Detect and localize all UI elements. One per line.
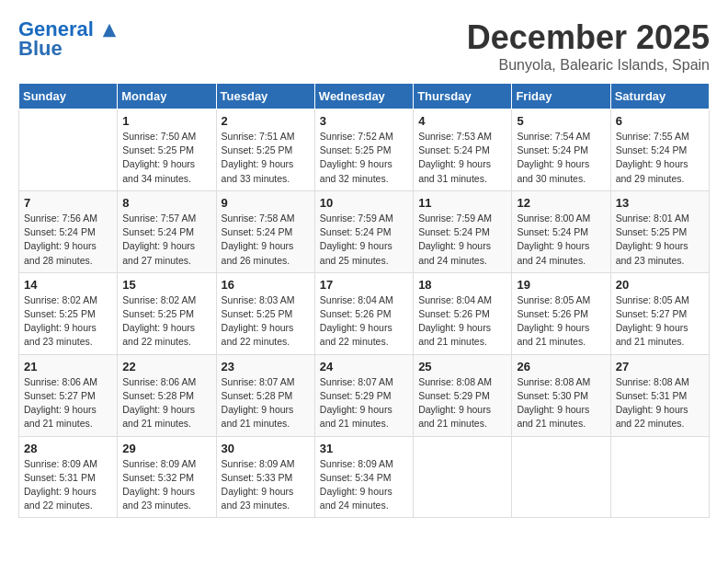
calendar-cell: 14Sunrise: 8:02 AMSunset: 5:25 PMDayligh… bbox=[19, 272, 118, 354]
calendar-cell: 17Sunrise: 8:04 AMSunset: 5:26 PMDayligh… bbox=[314, 272, 413, 354]
day-number: 18 bbox=[418, 278, 506, 292]
calendar-cell: 9Sunrise: 7:58 AMSunset: 5:24 PMDaylight… bbox=[216, 190, 314, 272]
day-info: Sunrise: 8:08 AMSunset: 5:29 PMDaylight:… bbox=[418, 375, 506, 431]
location-subtitle: Bunyola, Balearic Islands, Spain bbox=[467, 57, 710, 74]
day-number: 24 bbox=[320, 360, 408, 373]
calendar-cell: 1Sunrise: 7:50 AMSunset: 5:25 PMDaylight… bbox=[118, 109, 216, 191]
svg-marker-0 bbox=[103, 24, 116, 37]
day-info: Sunrise: 7:52 AMSunset: 5:25 PMDaylight:… bbox=[320, 130, 408, 186]
day-number: 27 bbox=[616, 360, 704, 373]
calendar-week-row: 14Sunrise: 8:02 AMSunset: 5:25 PMDayligh… bbox=[19, 272, 710, 354]
day-number: 14 bbox=[24, 278, 112, 292]
day-number: 26 bbox=[517, 360, 605, 373]
calendar-cell: 6Sunrise: 7:55 AMSunset: 5:24 PMDaylight… bbox=[610, 109, 709, 191]
logo: General Blue bbox=[18, 18, 118, 61]
day-number: 2 bbox=[222, 114, 310, 128]
day-number: 1 bbox=[122, 114, 210, 128]
day-number: 20 bbox=[616, 278, 704, 292]
day-info: Sunrise: 8:07 AMSunset: 5:28 PMDaylight:… bbox=[222, 375, 310, 431]
day-info: Sunrise: 8:04 AMSunset: 5:26 PMDaylight:… bbox=[418, 293, 506, 350]
day-info: Sunrise: 8:06 AMSunset: 5:28 PMDaylight:… bbox=[122, 375, 210, 431]
day-number: 28 bbox=[24, 442, 112, 455]
day-info: Sunrise: 8:02 AMSunset: 5:25 PMDaylight:… bbox=[24, 293, 112, 350]
weekday-header: Thursday bbox=[414, 84, 512, 109]
day-info: Sunrise: 8:05 AMSunset: 5:27 PMDaylight:… bbox=[616, 293, 704, 350]
day-info: Sunrise: 7:57 AMSunset: 5:24 PMDaylight:… bbox=[122, 212, 210, 268]
calendar-cell: 3Sunrise: 7:52 AMSunset: 5:25 PMDaylight… bbox=[314, 109, 413, 191]
calendar-cell: 29Sunrise: 8:09 AMSunset: 5:32 PMDayligh… bbox=[118, 436, 216, 518]
calendar-cell: 21Sunrise: 8:06 AMSunset: 5:27 PMDayligh… bbox=[19, 354, 118, 436]
day-info: Sunrise: 7:59 AMSunset: 5:24 PMDaylight:… bbox=[320, 212, 408, 268]
calendar-week-row: 28Sunrise: 8:09 AMSunset: 5:31 PMDayligh… bbox=[19, 436, 710, 518]
calendar-cell: 25Sunrise: 8:08 AMSunset: 5:29 PMDayligh… bbox=[414, 354, 512, 436]
day-number: 3 bbox=[320, 114, 408, 128]
day-info: Sunrise: 8:02 AMSunset: 5:25 PMDaylight:… bbox=[122, 293, 210, 350]
day-number: 17 bbox=[320, 278, 408, 292]
day-number: 6 bbox=[616, 114, 704, 128]
title-block: December 2025 Bunyola, Balearic Islands,… bbox=[467, 18, 710, 74]
calendar-cell: 22Sunrise: 8:06 AMSunset: 5:28 PMDayligh… bbox=[118, 354, 216, 436]
calendar-cell: 26Sunrise: 8:08 AMSunset: 5:30 PMDayligh… bbox=[512, 354, 610, 436]
calendar-cell: 2Sunrise: 7:51 AMSunset: 5:25 PMDaylight… bbox=[216, 109, 314, 191]
calendar-cell: 30Sunrise: 8:09 AMSunset: 5:33 PMDayligh… bbox=[216, 436, 314, 518]
day-info: Sunrise: 8:01 AMSunset: 5:25 PMDaylight:… bbox=[616, 212, 704, 268]
day-number: 23 bbox=[222, 360, 310, 373]
day-number: 30 bbox=[222, 442, 310, 455]
calendar-cell: 8Sunrise: 7:57 AMSunset: 5:24 PMDaylight… bbox=[118, 190, 216, 272]
calendar-cell: 5Sunrise: 7:54 AMSunset: 5:24 PMDaylight… bbox=[512, 109, 610, 191]
day-info: Sunrise: 7:58 AMSunset: 5:24 PMDaylight:… bbox=[222, 212, 310, 268]
day-number: 16 bbox=[222, 278, 310, 292]
calendar-cell: 12Sunrise: 8:00 AMSunset: 5:24 PMDayligh… bbox=[512, 190, 610, 272]
calendar-cell: 11Sunrise: 7:59 AMSunset: 5:24 PMDayligh… bbox=[414, 190, 512, 272]
day-info: Sunrise: 8:08 AMSunset: 5:30 PMDaylight:… bbox=[517, 375, 605, 431]
calendar-cell: 28Sunrise: 8:09 AMSunset: 5:31 PMDayligh… bbox=[19, 436, 118, 518]
day-info: Sunrise: 7:50 AMSunset: 5:25 PMDaylight:… bbox=[122, 130, 210, 186]
calendar-week-row: 1Sunrise: 7:50 AMSunset: 5:25 PMDaylight… bbox=[19, 109, 710, 191]
calendar-cell: 20Sunrise: 8:05 AMSunset: 5:27 PMDayligh… bbox=[610, 272, 709, 354]
weekday-header: Saturday bbox=[610, 84, 709, 109]
day-info: Sunrise: 7:51 AMSunset: 5:25 PMDaylight:… bbox=[222, 130, 310, 186]
calendar-cell bbox=[610, 436, 709, 518]
weekday-header: Sunday bbox=[19, 84, 118, 109]
day-number: 31 bbox=[320, 442, 408, 455]
calendar-cell bbox=[19, 109, 118, 191]
day-info: Sunrise: 8:05 AMSunset: 5:26 PMDaylight:… bbox=[517, 293, 605, 350]
day-number: 8 bbox=[122, 196, 210, 210]
calendar-cell: 24Sunrise: 8:07 AMSunset: 5:29 PMDayligh… bbox=[314, 354, 413, 436]
weekday-header: Monday bbox=[118, 84, 216, 109]
day-info: Sunrise: 7:56 AMSunset: 5:24 PMDaylight:… bbox=[24, 212, 112, 268]
calendar-cell bbox=[512, 436, 610, 518]
calendar-cell: 19Sunrise: 8:05 AMSunset: 5:26 PMDayligh… bbox=[512, 272, 610, 354]
day-number: 10 bbox=[320, 196, 408, 210]
day-info: Sunrise: 8:03 AMSunset: 5:25 PMDaylight:… bbox=[222, 293, 310, 350]
day-info: Sunrise: 7:59 AMSunset: 5:24 PMDaylight:… bbox=[418, 212, 506, 268]
calendar-cell: 13Sunrise: 8:01 AMSunset: 5:25 PMDayligh… bbox=[610, 190, 709, 272]
day-info: Sunrise: 8:06 AMSunset: 5:27 PMDaylight:… bbox=[24, 375, 112, 431]
calendar-cell: 4Sunrise: 7:53 AMSunset: 5:24 PMDaylight… bbox=[414, 109, 512, 191]
day-info: Sunrise: 7:55 AMSunset: 5:24 PMDaylight:… bbox=[616, 130, 704, 186]
day-number: 19 bbox=[517, 278, 605, 292]
day-info: Sunrise: 8:04 AMSunset: 5:26 PMDaylight:… bbox=[320, 293, 408, 350]
day-number: 12 bbox=[517, 196, 605, 210]
day-number: 29 bbox=[122, 442, 210, 455]
calendar-week-row: 21Sunrise: 8:06 AMSunset: 5:27 PMDayligh… bbox=[19, 354, 710, 436]
calendar-cell: 10Sunrise: 7:59 AMSunset: 5:24 PMDayligh… bbox=[314, 190, 413, 272]
calendar-cell: 27Sunrise: 8:08 AMSunset: 5:31 PMDayligh… bbox=[610, 354, 709, 436]
weekday-header-row: SundayMondayTuesdayWednesdayThursdayFrid… bbox=[19, 84, 710, 109]
day-info: Sunrise: 8:09 AMSunset: 5:33 PMDaylight:… bbox=[222, 457, 310, 513]
calendar-week-row: 7Sunrise: 7:56 AMSunset: 5:24 PMDaylight… bbox=[19, 190, 710, 272]
day-info: Sunrise: 7:53 AMSunset: 5:24 PMDaylight:… bbox=[418, 130, 506, 186]
day-info: Sunrise: 7:54 AMSunset: 5:24 PMDaylight:… bbox=[517, 130, 605, 186]
weekday-header: Friday bbox=[512, 84, 610, 109]
calendar-cell: 7Sunrise: 7:56 AMSunset: 5:24 PMDaylight… bbox=[19, 190, 118, 272]
day-number: 4 bbox=[418, 114, 506, 128]
day-info: Sunrise: 8:00 AMSunset: 5:24 PMDaylight:… bbox=[517, 212, 605, 268]
calendar-cell: 23Sunrise: 8:07 AMSunset: 5:28 PMDayligh… bbox=[216, 354, 314, 436]
day-info: Sunrise: 8:09 AMSunset: 5:32 PMDaylight:… bbox=[122, 457, 210, 513]
day-number: 21 bbox=[24, 360, 112, 373]
calendar-cell: 31Sunrise: 8:09 AMSunset: 5:34 PMDayligh… bbox=[314, 436, 413, 518]
month-title: December 2025 bbox=[467, 18, 710, 57]
calendar-table: SundayMondayTuesdayWednesdayThursdayFrid… bbox=[18, 83, 710, 518]
weekday-header: Wednesday bbox=[314, 84, 413, 109]
calendar-cell bbox=[414, 436, 512, 518]
